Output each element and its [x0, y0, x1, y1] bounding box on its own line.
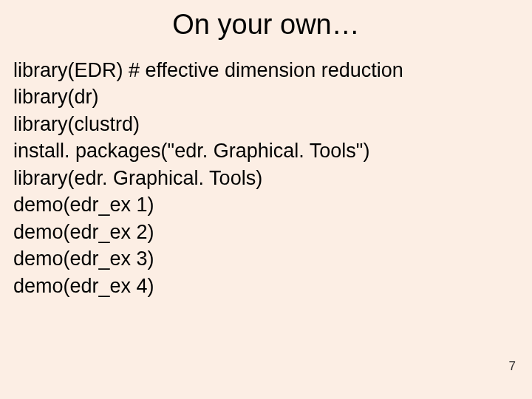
code-line: demo(edr_ex 2) — [13, 219, 519, 245]
slide: On your own… library(EDR) # effective di… — [0, 0, 532, 399]
slide-body: library(EDR) # effective dimension reduc… — [0, 41, 532, 299]
code-line: demo(edr_ex 4) — [13, 273, 519, 299]
code-line: library(EDR) # effective dimension reduc… — [13, 57, 519, 83]
code-line: demo(edr_ex 1) — [13, 191, 519, 218]
code-line: library(edr. Graphical. Tools) — [13, 165, 519, 191]
code-line: library(clustrd) — [13, 111, 519, 137]
code-line: demo(edr_ex 3) — [13, 245, 519, 272]
slide-title: On your own… — [0, 0, 532, 41]
code-line: library(dr) — [13, 83, 519, 110]
page-number: 7 — [509, 359, 516, 374]
code-line: install. packages("edr. Graphical. Tools… — [13, 137, 519, 164]
